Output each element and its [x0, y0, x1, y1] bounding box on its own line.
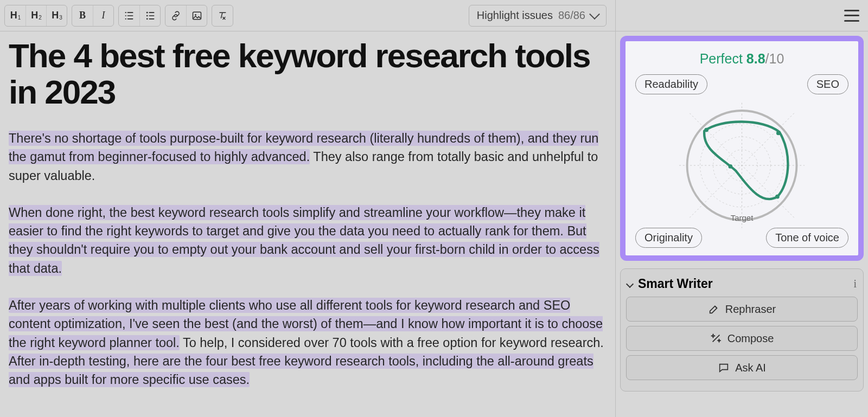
smart-writer-title: Smart Writer	[638, 277, 848, 291]
h1-button[interactable]: H1	[5, 5, 25, 26]
score-label: Perfect	[700, 51, 743, 66]
menu-button[interactable]	[844, 10, 859, 22]
ask-ai-button[interactable]: Ask AI	[626, 355, 858, 380]
ask-ai-label: Ask AI	[735, 362, 766, 374]
badge-row-top: Readability SEO	[635, 74, 848, 94]
paragraph-1[interactable]: There's no shortage of tools purpose-bui…	[9, 129, 607, 185]
style-group: B I	[72, 5, 114, 27]
svg-point-14	[776, 131, 781, 136]
score-max: /10	[765, 51, 784, 66]
rephraser-button[interactable]: Rephraser	[626, 297, 858, 322]
unordered-list-button[interactable]	[139, 5, 160, 26]
readability-badge[interactable]: Readability	[635, 74, 707, 94]
sidebar-top	[616, 0, 868, 31]
editor-toolbar: H1 H2 H3 B I	[0, 0, 615, 31]
image-icon	[192, 10, 202, 21]
chat-icon	[718, 362, 730, 374]
h3-button[interactable]: H3	[46, 5, 67, 26]
ordered-list-button[interactable]	[119, 5, 139, 26]
hamburger-icon	[844, 10, 859, 11]
score-headline: Perfect 8.8/10	[635, 51, 848, 67]
svg-point-16	[729, 164, 733, 169]
paragraph-3[interactable]: After years of working with multiple cli…	[9, 296, 607, 389]
target-label: Target	[731, 213, 754, 222]
chevron-down-icon	[589, 9, 600, 20]
svg-rect-3	[193, 12, 201, 19]
highlight-issues-label: Highlight issues	[477, 9, 553, 22]
magic-icon	[710, 332, 722, 344]
svg-point-2	[146, 18, 148, 20]
h1-sub: 1	[18, 15, 21, 21]
highlight-issues-dropdown[interactable]: Highlight issues 86/86	[469, 5, 607, 27]
h-glyph: H	[10, 10, 17, 21]
document-title[interactable]: The 4 best free keyword research tools i…	[9, 38, 607, 111]
heading-group: H1 H2 H3	[4, 5, 67, 27]
highlight-issues-count: 86/86	[558, 9, 585, 22]
h-glyph: H	[52, 10, 59, 21]
clear-format-icon	[217, 10, 228, 21]
clear-format-button[interactable]	[212, 5, 233, 26]
compose-label: Compose	[727, 332, 774, 345]
editor-column: H1 H2 H3 B I	[0, 0, 616, 417]
sidebar: Perfect 8.8/10 Readability SEO	[616, 0, 868, 417]
highlighted-text: After in-depth testing, here are the fou…	[9, 354, 593, 387]
h-glyph: H	[31, 10, 38, 21]
compose-button[interactable]: Compose	[626, 326, 858, 351]
smart-writer-panel: Smart Writer i Rephraser Compose Ask AI	[620, 268, 864, 392]
link-icon	[170, 10, 181, 21]
image-button[interactable]	[186, 5, 207, 26]
chevron-down-icon	[626, 280, 634, 287]
svg-point-15	[775, 195, 780, 199]
list-group	[118, 5, 161, 27]
link-button[interactable]	[165, 5, 186, 26]
score-card: Perfect 8.8/10 Readability SEO	[620, 36, 864, 261]
unordered-list-icon	[145, 10, 156, 21]
edit-icon	[708, 303, 720, 315]
sidebar-body: Perfect 8.8/10 Readability SEO	[616, 31, 868, 417]
clear-group	[212, 5, 233, 27]
paragraph-2[interactable]: When done right, the best keyword resear…	[9, 203, 607, 278]
insert-group	[165, 5, 207, 27]
h3-sub: 3	[59, 15, 62, 21]
editor-body[interactable]: The 4 best free keyword research tools i…	[0, 31, 615, 407]
radar-chart: Target	[635, 98, 848, 235]
seo-badge[interactable]: SEO	[807, 74, 848, 94]
score-value: 8.8	[746, 51, 765, 66]
highlighted-text: When done right, the best keyword resear…	[9, 205, 599, 276]
plain-text: To help, I considered over 70 tools with…	[180, 336, 604, 350]
bold-button[interactable]: B	[72, 5, 93, 26]
svg-point-4	[195, 14, 196, 16]
h2-sub: 2	[39, 15, 42, 21]
svg-point-0	[146, 11, 148, 13]
ordered-list-icon	[124, 10, 135, 21]
smart-writer-header[interactable]: Smart Writer i	[626, 274, 858, 297]
rephraser-label: Rephraser	[725, 303, 776, 316]
svg-point-13	[704, 128, 709, 132]
italic-button[interactable]: I	[93, 5, 113, 26]
info-icon[interactable]: i	[853, 278, 857, 290]
svg-point-1	[146, 15, 148, 16]
h2-button[interactable]: H2	[25, 5, 46, 26]
